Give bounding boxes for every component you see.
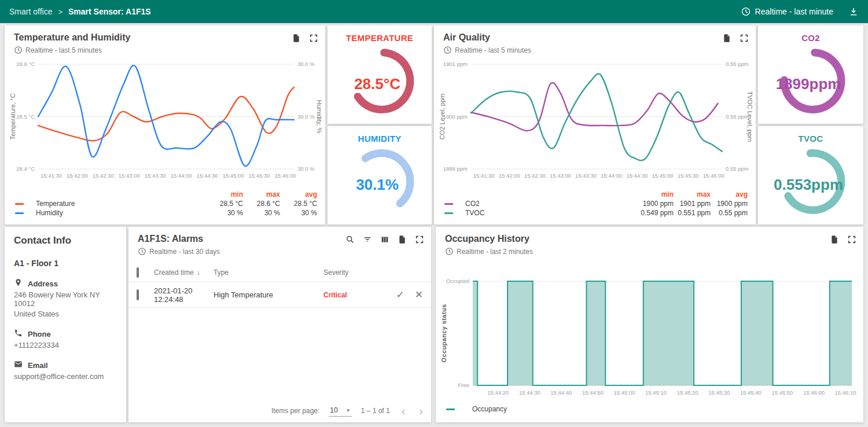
svg-text:15:43:00: 15:43:00 xyxy=(550,172,571,179)
search-icon[interactable] xyxy=(345,235,355,244)
legend-value: 28.5 °C xyxy=(280,200,317,208)
timewindow-subtitle: Realtime - last 5 minutes xyxy=(25,46,102,54)
previous-page-button[interactable]: ‹ xyxy=(399,406,408,415)
svg-text:15:41:30: 15:41:30 xyxy=(41,172,62,179)
svg-text:15:44:30: 15:44:30 xyxy=(519,389,540,396)
contact-section-label: Address xyxy=(28,279,58,288)
svg-text:CO2 Level, ppm: CO2 Level, ppm xyxy=(439,94,446,139)
svg-text:0.55 ppm: 0.55 ppm xyxy=(726,165,749,172)
legend-agg-header: min xyxy=(637,190,674,198)
breadcrumb-separator: > xyxy=(58,8,62,16)
svg-text:15:43:30: 15:43:30 xyxy=(145,172,166,179)
svg-text:15:46:00: 15:46:00 xyxy=(703,172,724,179)
contact-section-label: Phone xyxy=(28,330,51,338)
fullscreen-icon[interactable] xyxy=(740,34,749,43)
acknowledge-icon[interactable]: ✓ xyxy=(396,289,404,301)
row-checkbox[interactable] xyxy=(137,289,139,300)
legend-row[interactable]: CO21900 ppm1901 ppm1900 ppm xyxy=(442,199,748,208)
columns-icon[interactable] xyxy=(380,235,389,244)
legend-row[interactable]: Temperature28.5 °C28.6 °C28.5 °C xyxy=(13,199,317,208)
card-co2-gauge: CO2 1899ppm xyxy=(758,25,863,124)
legend-row[interactable]: TVOC0.549 ppm0.551 ppm0.55 ppm xyxy=(442,208,748,218)
alarm-type: High Temperature xyxy=(214,290,323,299)
page-range: 1 – 1 of 1 xyxy=(361,407,390,415)
filter-icon[interactable] xyxy=(363,235,372,244)
legend-value: 1900 ppm xyxy=(711,200,748,208)
occupancy-legend: Occupancy xyxy=(444,405,863,413)
legend-dash xyxy=(444,203,453,205)
breadcrumb-root[interactable]: Smart office xyxy=(9,7,52,16)
legend-value: 0.549 ppm xyxy=(637,209,674,217)
svg-text:TVOC Level, ppm: TVOC Level, ppm xyxy=(746,91,752,142)
card-alarms: A1F1S: Alarms Realtime - last 30 days Cr… xyxy=(128,227,431,422)
export-icon[interactable] xyxy=(830,235,839,244)
svg-text:15:45:00: 15:45:00 xyxy=(652,172,674,179)
download-icon[interactable] xyxy=(848,6,859,17)
legend-dash xyxy=(446,408,455,410)
fullscreen-icon[interactable] xyxy=(847,235,856,244)
fullscreen-icon[interactable] xyxy=(309,34,318,43)
svg-text:15:44:00: 15:44:00 xyxy=(171,172,192,179)
svg-text:1899 ppm: 1899 ppm xyxy=(443,165,468,172)
alarm-row[interactable]: 2021-01-20 12:24:48High TemperatureCriti… xyxy=(128,282,431,308)
svg-text:15:44:40: 15:44:40 xyxy=(550,389,572,396)
column-created-time[interactable]: Created time↓ xyxy=(154,268,214,277)
column-type[interactable]: Type xyxy=(214,268,323,277)
svg-text:15:43:30: 15:43:30 xyxy=(575,172,597,179)
gauge-title: HUMIDITY xyxy=(358,134,402,143)
next-page-button[interactable]: › xyxy=(417,406,425,415)
svg-text:15:46:00: 15:46:00 xyxy=(275,172,296,179)
svg-text:15:46:10: 15:46:10 xyxy=(835,389,856,396)
legend-label: Humidity xyxy=(32,209,206,217)
export-icon[interactable] xyxy=(722,34,731,43)
export-icon[interactable] xyxy=(398,235,407,244)
clock-icon xyxy=(443,46,452,54)
temperature-humidity-legend: minmaxavgTemperature28.5 °C28.6 °C28.5 °… xyxy=(13,190,317,218)
fullscreen-icon[interactable] xyxy=(415,235,424,244)
gauge-value: 30.1% xyxy=(356,175,399,193)
clock-icon xyxy=(741,6,751,17)
svg-text:15:45:30: 15:45:30 xyxy=(708,389,730,396)
email-icon xyxy=(14,360,23,370)
svg-text:Free: Free xyxy=(458,382,469,388)
legend-value: 28.5 °C xyxy=(206,200,243,208)
timewindow-subtitle: Realtime - last 2 minutes xyxy=(457,248,533,256)
chevron-down-icon: ▼ xyxy=(346,408,351,413)
legend-value: 1901 ppm xyxy=(674,200,711,208)
svg-text:15:45:00: 15:45:00 xyxy=(614,389,635,396)
svg-text:15:45:10: 15:45:10 xyxy=(645,389,667,396)
legend-dash xyxy=(15,212,24,214)
card-title: Temperature and Humidity xyxy=(14,32,131,43)
contact-section-value: 246 Bowery New York NY 10012 xyxy=(14,290,117,308)
card-title: A1F1S: Alarms xyxy=(138,234,220,244)
svg-text:15:44:30: 15:44:30 xyxy=(197,172,218,179)
breadcrumb-current: Smart Sensor: A1F1S xyxy=(68,7,151,16)
legend-row[interactable]: Humidity30 %30 %30 % xyxy=(13,208,317,218)
svg-text:15:42:00: 15:42:00 xyxy=(499,172,520,179)
column-severity[interactable]: Severity xyxy=(323,268,376,277)
svg-text:1901 ppm: 1901 ppm xyxy=(443,61,468,67)
sort-desc-icon[interactable]: ↓ xyxy=(197,268,200,277)
clock-icon xyxy=(138,247,146,256)
card-tvoc-gauge: TVOC 0.553ppm xyxy=(758,126,863,224)
clear-icon[interactable]: ✕ xyxy=(415,289,423,301)
select-all-checkbox[interactable] xyxy=(137,267,139,278)
legend-value: 30 % xyxy=(243,209,280,217)
svg-text:15:45:30: 15:45:30 xyxy=(249,172,270,179)
legend-agg-header: max xyxy=(243,190,280,198)
alarm-created-time: 2021-01-20 12:24:48 xyxy=(154,286,214,304)
dashboard: Smart office > Smart Sensor: A1F1S Realt… xyxy=(0,0,868,427)
contact-title: Contact Info xyxy=(14,235,117,246)
legend-agg-header: max xyxy=(674,190,711,198)
legend-label: Temperature xyxy=(32,200,206,208)
svg-text:15:42:30: 15:42:30 xyxy=(93,172,114,179)
legend-value: 28.6 °C xyxy=(243,200,280,208)
svg-text:15:45:50: 15:45:50 xyxy=(771,389,793,396)
contact-section-email: Emailsupport@office-center.com xyxy=(14,360,117,381)
svg-text:15:41:30: 15:41:30 xyxy=(473,172,495,179)
export-icon[interactable] xyxy=(292,34,301,43)
timewindow-button[interactable]: Realtime - last minute xyxy=(741,6,833,17)
card-occupancy-history: Occupancy History Realtime - last 2 minu… xyxy=(436,227,863,422)
items-per-page-select[interactable]: 10 ▼ xyxy=(329,405,351,417)
gauge-value: 1899ppm xyxy=(776,75,841,93)
